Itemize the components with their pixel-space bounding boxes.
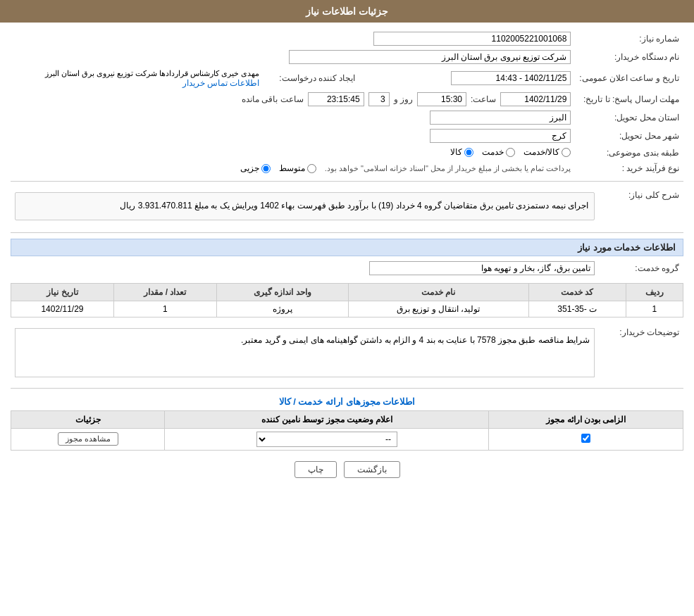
- purchase-note: پرداخت تمام یا بخشی از مبلغ خریدار از مح…: [325, 164, 571, 173]
- page-header: جزئیات اطلاعات نیاز: [0, 0, 694, 23]
- category-radio-goods[interactable]: [464, 148, 473, 157]
- announce-date-label: تاریخ و ساعت اعلان عمومی:: [575, 66, 683, 90]
- purchase-option-medium[interactable]: متوسط: [279, 163, 316, 173]
- license-col-detail: جزئیات: [11, 410, 165, 428]
- purchase-type-radio-group: پرداخت تمام یا بخشی از مبلغ خریدار از مح…: [240, 163, 571, 173]
- divider-1: [11, 181, 683, 182]
- creator-label: ایجاد کننده درخواست:: [264, 66, 369, 90]
- contact-link[interactable]: اطلاعات تماس خریدار: [182, 78, 260, 88]
- province-row: استان محل تحویل:: [11, 108, 683, 127]
- services-table: ردیف کد خدمت نام خدمت واحد اندازه گیری ت…: [11, 283, 683, 318]
- deadline-remaining-input[interactable]: [308, 92, 364, 106]
- license-status-cell: --: [165, 428, 489, 450]
- cell-row-1: 1: [626, 301, 683, 317]
- license-status-select[interactable]: --: [256, 432, 397, 447]
- print-button[interactable]: چاپ: [295, 461, 337, 478]
- divider-3: [11, 388, 683, 389]
- content-area: شماره نیاز: نام دستگاه خریدار: تار: [0, 23, 694, 496]
- deadline-time-input[interactable]: [417, 92, 466, 106]
- cell-name-1: تولید، انتقال و توزیع برق: [348, 301, 528, 317]
- buyer-notes-box: شرایط مناقصه طبق مجوز 7578 با عنایت به ب…: [15, 328, 595, 377]
- service-group-table: گروه خدمت:: [11, 259, 683, 277]
- description-label: شرح کلی نیاز:: [599, 186, 683, 227]
- buyer-notes-table: توضیحات خریدار: شرایط مناقصه طبق مجوز 75…: [11, 323, 683, 382]
- deadline-time-label: ساعت:: [471, 94, 496, 104]
- category-option-goods[interactable]: کالا: [450, 147, 473, 157]
- buyer-notes-row: توضیحات خریدار: شرایط مناقصه طبق مجوز 75…: [11, 323, 683, 382]
- service-group-input[interactable]: [369, 261, 595, 275]
- province-input[interactable]: [430, 111, 571, 125]
- page-title: جزئیات اطلاعات نیاز: [306, 6, 388, 17]
- view-license-button[interactable]: مشاهده مجوز: [58, 432, 118, 446]
- province-label: استان محل تحویل:: [575, 108, 683, 127]
- announce-creator-row: تاریخ و ساعت اعلان عمومی: ایجاد کننده در…: [11, 66, 683, 90]
- cell-code-1: ت -35-351: [528, 301, 626, 317]
- license-section-title: اطلاعات مجوزهای ارائه خدمت / کالا: [11, 393, 683, 410]
- city-input[interactable]: [430, 129, 571, 143]
- buyer-org-row: نام دستگاه خریدار:: [11, 48, 683, 66]
- col-service-code: کد خدمت: [528, 283, 626, 301]
- purchase-type-label: نوع فرآیند خرید :: [575, 161, 683, 176]
- deadline-label: مهلت ارسال پاسخ: تا تاریخ:: [575, 90, 683, 108]
- buyer-org-label: نام دستگاه خریدار:: [575, 48, 683, 66]
- creator-value: مهدی خیری کارشناس قراردادها شرکت توزیع ن…: [45, 69, 260, 77]
- deadline-day-input[interactable]: [368, 92, 390, 106]
- page-container: جزئیات اطلاعات نیاز شماره نیاز: نام دستگ…: [0, 0, 694, 616]
- col-quantity: تعداد / مقدار: [113, 283, 216, 301]
- category-label: طبقه بندی موضوعی:: [575, 145, 683, 161]
- services-table-header-row: ردیف کد خدمت نام خدمت واحد اندازه گیری ت…: [11, 283, 683, 301]
- license-col-status: اعلام وضعیت مجوز توسط نامین کننده: [165, 410, 489, 428]
- license-row: -- مشاهده مجوز: [11, 428, 683, 450]
- cell-qty-1: 1: [113, 301, 216, 317]
- divider-2: [11, 232, 683, 233]
- services-section-header: اطلاعات خدمات مورد نیاز: [11, 239, 683, 256]
- cell-unit-1: پروژه: [216, 301, 348, 317]
- cell-date-1: 1402/11/29: [11, 301, 114, 317]
- deadline-date-input[interactable]: [500, 92, 571, 106]
- col-service-name: نام خدمت: [348, 283, 528, 301]
- purchase-radio-medium[interactable]: [307, 164, 316, 173]
- purchase-type-row: نوع فرآیند خرید : پرداخت تمام یا بخشی از…: [11, 161, 683, 176]
- license-required-cell: [489, 428, 683, 450]
- need-number-input[interactable]: [373, 32, 571, 46]
- need-number-row: شماره نیاز:: [11, 30, 683, 48]
- buyer-notes-label: توضیحات خریدار:: [599, 323, 683, 382]
- license-detail-cell: مشاهده مجوز: [11, 428, 165, 450]
- category-option-service[interactable]: خدمت: [482, 147, 515, 157]
- category-option-goods-service[interactable]: کالا/خدمت: [523, 147, 571, 157]
- back-button[interactable]: بازگشت: [344, 461, 400, 478]
- buyer-org-value: [11, 48, 575, 66]
- main-form-table: شماره نیاز: نام دستگاه خریدار: تار: [11, 30, 683, 175]
- description-table: شرح کلی نیاز: اجرای نیمه دستمزدی تامین ب…: [11, 186, 683, 227]
- license-col-required: الزامی بودن ارائه مجوز: [489, 410, 683, 428]
- need-number-label: شماره نیاز:: [575, 30, 683, 48]
- purchase-radio-partial[interactable]: [261, 164, 271, 173]
- service-group-row: گروه خدمت:: [11, 259, 683, 277]
- announce-date-input[interactable]: [451, 71, 571, 85]
- city-row: شهر محل تحویل:: [11, 127, 683, 145]
- col-unit: واحد اندازه گیری: [216, 283, 348, 301]
- buyer-notes-text: شرایط مناقصه طبق مجوز 7578 با عنایت به ب…: [241, 335, 590, 345]
- deadline-remaining-label: ساعت باقی مانده: [242, 94, 304, 104]
- buyer-org-input[interactable]: [289, 50, 571, 64]
- city-label: شهر محل تحویل:: [575, 127, 683, 145]
- deadline-day-label: روز و: [394, 94, 413, 104]
- service-group-label: گروه خدمت:: [599, 259, 683, 277]
- purchase-option-partial[interactable]: جزیی: [240, 163, 271, 173]
- description-row: شرح کلی نیاز: اجرای نیمه دستمزدی تامین ب…: [11, 186, 683, 227]
- description-box: اجرای نیمه دستمزدی تامین برق متقاضیان گر…: [15, 192, 595, 220]
- category-radio-goods-service[interactable]: [562, 148, 571, 157]
- col-row-num: ردیف: [626, 283, 683, 301]
- table-row: 1 ت -35-351 تولید، انتقال و توزیع برق پر…: [11, 301, 683, 317]
- license-required-checkbox[interactable]: [581, 434, 590, 443]
- description-text: اجرای نیمه دستمزدی تامین برق متقاضیان گر…: [120, 201, 588, 210]
- category-row: طبقه بندی موضوعی: کالا/خدمت خدمت کالا: [11, 145, 683, 161]
- need-number-value: [369, 30, 575, 48]
- category-radio-group: کالا/خدمت خدمت کالا: [450, 147, 571, 157]
- category-radio-service[interactable]: [506, 148, 515, 157]
- footer-buttons: چاپ بازگشت: [11, 451, 683, 489]
- license-table: الزامی بودن ارائه مجوز اعلام وضعیت مجوز …: [11, 410, 683, 451]
- col-date: تاریخ نیاز: [11, 283, 114, 301]
- license-section-link[interactable]: اطلاعات مجوزهای ارائه خدمت / کالا: [279, 396, 416, 407]
- license-header-row: الزامی بودن ارائه مجوز اعلام وضعیت مجوز …: [11, 410, 683, 428]
